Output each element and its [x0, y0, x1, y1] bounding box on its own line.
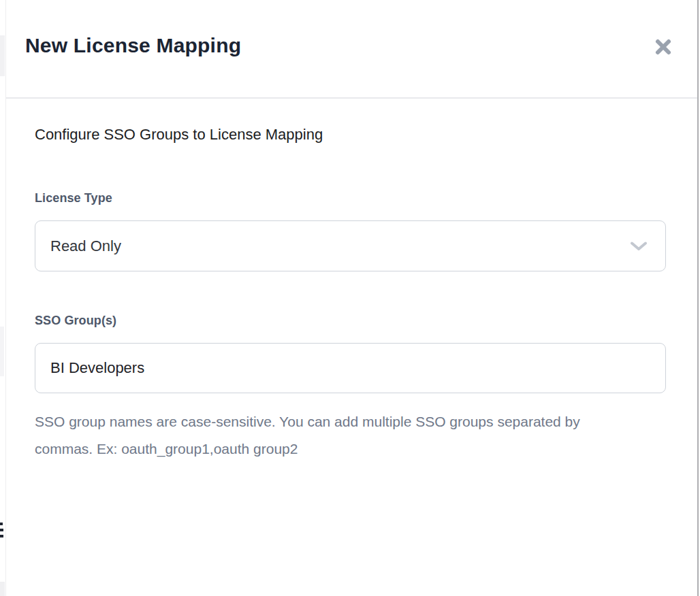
modal-subtitle: Configure SSO Groups to License Mapping	[35, 126, 323, 144]
modal-body: Configure SSO Groups to License Mapping …	[6, 99, 700, 596]
sso-groups-input[interactable]	[35, 343, 666, 393]
modal-header: New License Mapping	[6, 0, 700, 99]
underlay-page-sliver	[0, 0, 5, 596]
license-type-select[interactable]: Read Only	[35, 220, 666, 271]
underlay-text-fragment	[0, 529, 3, 531]
chevron-down-icon	[630, 242, 648, 251]
license-type-label: License Type	[35, 191, 112, 205]
underlay-fragment	[0, 327, 4, 376]
underlay-text-fragment	[0, 535, 3, 537]
sso-groups-help-text: SSO group names are case-sensitive. You …	[35, 408, 607, 463]
close-button[interactable]	[652, 36, 674, 58]
underlay-fragment	[0, 35, 5, 76]
sso-groups-label: SSO Group(s)	[35, 314, 116, 328]
x-icon	[654, 37, 673, 56]
license-type-selected-value: Read Only	[50, 237, 121, 255]
underlay-text-fragment	[0, 523, 3, 525]
new-license-mapping-modal: New License Mapping Configure SSO Groups…	[5, 0, 700, 596]
underlay-fragment	[0, 582, 5, 596]
screen: New License Mapping Configure SSO Groups…	[0, 0, 700, 596]
modal-title: New License Mapping	[25, 34, 241, 57]
